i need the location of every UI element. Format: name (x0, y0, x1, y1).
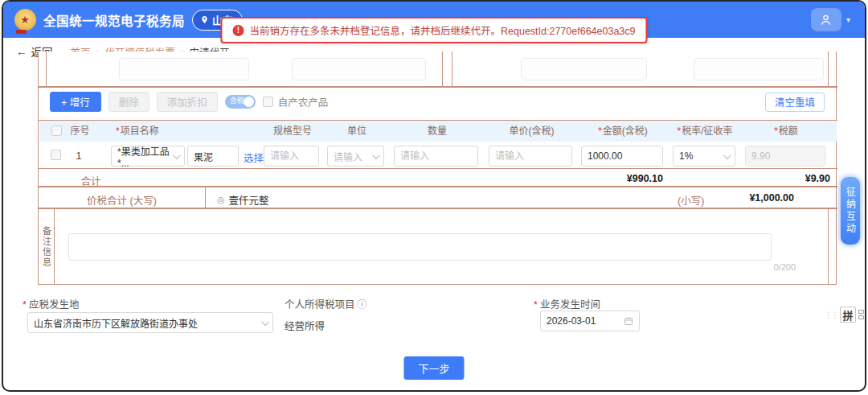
tax-interaction-tab[interactable]: 征纳互动 (841, 177, 860, 245)
amount-input[interactable] (581, 146, 663, 167)
biz-time-label: *业务发生时间 (534, 296, 600, 311)
chevron-down-icon (723, 151, 731, 159)
chevron-down-icon (372, 151, 380, 159)
item-name-input[interactable] (187, 146, 239, 167)
add-discount-button[interactable]: 添加折扣 (157, 92, 218, 112)
small-figure-label: (小写) (678, 192, 704, 208)
tax-interaction-label: 征纳互动 (844, 187, 858, 235)
ime-pinyin-badge[interactable]: 拼 (840, 307, 856, 323)
delete-button[interactable]: 删除 (108, 92, 149, 112)
info-icon[interactable]: ⓘ (358, 299, 367, 311)
ime-drag-handle[interactable]: ⋮⋮ (825, 311, 837, 319)
national-emblem-icon: ★ (14, 9, 36, 31)
items-toolbar: + 增行 删除 添加折扣 含税 自产农产品 清空重填 (50, 92, 825, 112)
divider (828, 51, 829, 86)
col-tax-amount: *税额 (746, 121, 826, 142)
invoice-form: + 增行 删除 添加折扣 含税 自产农产品 清空重填 序号 *项目名称 规格型号… (38, 51, 837, 285)
chevron-down-icon (261, 318, 269, 326)
divider (39, 168, 837, 169)
chevron-down-icon (173, 151, 181, 159)
divider (39, 86, 837, 88)
clear-reset-button[interactable]: 清空重填 (765, 93, 825, 112)
user-icon (819, 13, 833, 27)
chevron-down-icon[interactable]: ▾ (846, 15, 850, 24)
next-step-button[interactable]: 下一步 (403, 356, 464, 380)
grand-total-label: 价税合计 (大写) (39, 192, 205, 208)
divider (828, 209, 829, 284)
error-alert: ! 当前销方存在多条未并档登记信息，请并档后继续代开。RequestId:277… (220, 17, 647, 43)
totals-tax: ¥9.90 (750, 173, 830, 184)
col-seq: 序号 (68, 121, 92, 142)
party-field[interactable] (694, 58, 824, 80)
words-prefix-icon: ◎ (217, 195, 225, 205)
items-table-header: 序号 *项目名称 规格型号 单位 数量 单价(含税) *金额(含税) *税率/征… (39, 121, 837, 142)
tax-place-select[interactable]: 山东省济南市历下区解放路街道办事处 (27, 312, 273, 333)
user-menu[interactable]: ▾ (811, 8, 850, 31)
remark-label: 备注信息 (40, 226, 53, 268)
col-spec: 规格型号 (264, 121, 320, 142)
col-qty: 数量 (395, 121, 479, 142)
ime-toolbar[interactable]: ⋮⋮ 拼 (825, 307, 864, 323)
choose-item-link[interactable]: 选择 (244, 150, 264, 165)
self-produced-checkbox[interactable] (263, 97, 273, 107)
divider (39, 208, 837, 209)
error-alert-text: 当前销方存在多条未并档登记信息，请并档后继续代开。RequestId:2770e… (249, 23, 635, 38)
col-tax-rate: *税率/征收率 (674, 121, 736, 142)
app-title: 全国统一规范电子税务局 (43, 11, 185, 29)
error-icon: ! (232, 25, 244, 36)
unit-select[interactable]: 请输入 (327, 146, 384, 167)
select-all-checkbox[interactable] (51, 125, 62, 136)
tax-place-label: *应税发生地 (23, 296, 79, 311)
unit-price-input[interactable] (489, 146, 572, 167)
row-seq: 1 (67, 146, 91, 167)
remark-textarea[interactable] (68, 233, 772, 261)
income-item-value: 经营所得 (285, 318, 325, 333)
totals-amount: ¥990.10 (583, 173, 663, 184)
biz-time-date-picker[interactable]: 2026-03-01 (540, 311, 640, 331)
party-field[interactable] (521, 58, 647, 80)
ime-tools-icon[interactable] (858, 310, 864, 319)
brand: ★ 全国统一规范电子税务局 山东 (14, 9, 243, 31)
divider (205, 187, 206, 208)
toggle-knob (244, 97, 254, 107)
income-item-label: 个人所得税项目ⓘ (285, 296, 367, 311)
qty-input[interactable] (394, 146, 478, 167)
col-amount: *金额(含税) (582, 121, 664, 142)
tax-amount-input (745, 146, 825, 167)
calendar-icon (624, 316, 633, 326)
party-field[interactable] (119, 58, 249, 80)
tax-included-toggle[interactable]: 含税 (225, 95, 256, 109)
col-item-name: *项目名称 (116, 121, 236, 142)
remark-section-label-strip: 备注信息 (39, 209, 55, 284)
divider (39, 186, 837, 187)
divider (452, 51, 452, 86)
avatar (811, 8, 841, 31)
grand-total-value: ¥1,000.00 (718, 192, 794, 204)
amount-in-words: ◎ 壹仟元整 (217, 192, 269, 208)
location-pin-icon (200, 15, 209, 24)
char-counter: 0/200 (715, 262, 796, 272)
divider (46, 51, 47, 86)
col-unit: 单位 (328, 121, 385, 142)
toggle-label: 含税 (230, 97, 244, 105)
col-unit-price: 单价(含税) (489, 121, 573, 142)
party-field[interactable] (292, 58, 426, 80)
add-row-button[interactable]: + 增行 (50, 92, 101, 112)
divider (442, 51, 443, 86)
tax-rate-select[interactable]: 1% (673, 146, 735, 167)
back-arrow-icon: ← (16, 46, 27, 58)
spec-input[interactable] (264, 146, 319, 167)
item-category-select[interactable]: *果类加工品*... (111, 146, 185, 167)
self-produced-label: 自产农产品 (278, 94, 329, 109)
app-window: ★ 全国统一规范电子税务局 山东 ▾ ! 当前销方存在多条未并档登记信息，请并档… (2, 0, 866, 392)
row-checkbox[interactable] (51, 150, 61, 160)
